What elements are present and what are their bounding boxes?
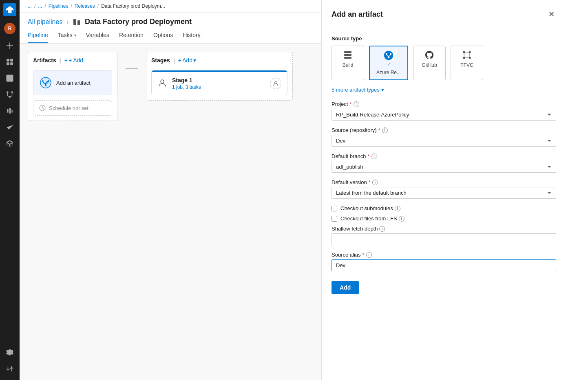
default-branch-select[interactable]: adf_publish: [332, 161, 556, 173]
app-logo[interactable]: [3, 3, 16, 16]
azure-repos-icon: [384, 51, 393, 60]
add-stage-link[interactable]: + Add ▾: [178, 57, 196, 64]
project-select[interactable]: RP_Build-Release-AzurePolicy: [332, 109, 556, 121]
source-type-github[interactable]: GitHub: [413, 46, 446, 80]
panel-header: Add an artifact ✕: [322, 0, 566, 27]
breadcrumb: ... / ... / Pipelines / Releases / Data …: [20, 0, 321, 13]
source-type-tfvc[interactable]: TFVC: [451, 46, 483, 80]
default-version-label: Default version * i: [332, 179, 556, 185]
svg-point-31: [463, 51, 465, 53]
add-stage-label: Add: [182, 57, 192, 64]
more-types-link[interactable]: 5 more artifact types ▾: [332, 87, 556, 93]
source-type-azure-repos[interactable]: ✓ Azure Re...: [369, 46, 408, 80]
add-icon[interactable]: [3, 39, 16, 52]
pipelines-icon[interactable]: [3, 104, 16, 117]
default-branch-group: Default branch * i adf_publish: [332, 153, 556, 173]
add-artifact-icon: +: [64, 57, 68, 64]
tab-options[interactable]: Options: [153, 28, 173, 43]
add-artifact-label: + Add: [69, 57, 83, 64]
artifact-card[interactable]: Add an artifact: [33, 70, 112, 95]
checkout-submodules-info-icon[interactable]: i: [395, 206, 400, 211]
all-pipelines-link[interactable]: All pipelines: [28, 18, 62, 26]
add-artifact-link[interactable]: + + Add: [64, 57, 83, 64]
tab-pipeline[interactable]: Pipeline: [28, 28, 48, 43]
source-type-row: Build ✓ Azur: [332, 46, 556, 80]
checkout-submodules-label[interactable]: Checkout submodules i: [340, 205, 400, 211]
tab-history[interactable]: History: [183, 28, 201, 43]
stage-meta: 1 job, 3 tasks: [172, 84, 265, 90]
settings-icon[interactable]: [3, 346, 16, 359]
tab-retention[interactable]: Retention: [119, 28, 144, 43]
shallow-fetch-group: Shallow fetch depth i: [332, 226, 556, 245]
breadcrumb-releases[interactable]: Releases: [75, 3, 95, 9]
default-version-info-icon[interactable]: i: [372, 180, 378, 185]
checkout-submodules-checkbox[interactable]: [332, 206, 337, 211]
source-alias-info-icon[interactable]: i: [366, 252, 372, 258]
source-alias-required: *: [363, 252, 365, 258]
checkout-lfs-info-icon[interactable]: i: [399, 216, 405, 222]
svg-rect-11: [77, 20, 80, 25]
svg-point-26: [386, 53, 387, 55]
svg-rect-2: [7, 62, 9, 65]
source-alias-label-text: Source alias: [332, 252, 361, 258]
breadcrumb-chevron: ›: [66, 19, 69, 25]
main-area: ... / ... / Pipelines / Releases / Data …: [20, 0, 321, 380]
stages-box: Stages | + Add ▾: [146, 52, 293, 101]
source-alias-group: Source alias * i: [332, 252, 556, 271]
user-avatar[interactable]: R: [4, 23, 15, 34]
artifacts-box: Artifacts | + + Add: [28, 52, 117, 121]
stage-approver-btn[interactable]: [270, 78, 281, 89]
stage-info: Stage 1 1 job, 3 tasks: [172, 77, 265, 90]
boards-icon[interactable]: [3, 72, 16, 85]
azure-repos-check: ✓: [387, 62, 391, 67]
default-version-label-text: Default version: [332, 179, 367, 185]
project-info-icon[interactable]: i: [354, 101, 359, 107]
testplans-icon[interactable]: [3, 121, 16, 134]
add-button[interactable]: Add: [332, 281, 359, 294]
close-button[interactable]: ✕: [547, 8, 556, 20]
svg-point-19: [161, 80, 164, 83]
pipeline-icon: [73, 18, 81, 26]
project-group: Project * i RP_Build-Release-AzurePolicy: [332, 101, 556, 121]
svg-rect-10: [73, 19, 76, 25]
checkout-lfs-label[interactable]: Checkout files from LFS i: [340, 215, 405, 222]
artifacts-header: Artifacts | + + Add: [33, 57, 112, 64]
add-stage-icon: +: [178, 57, 181, 64]
schedule-label: Schedule not set: [49, 105, 88, 111]
svg-rect-22: [344, 54, 351, 56]
breadcrumb-pipelines[interactable]: Pipelines: [49, 3, 69, 9]
overview-icon[interactable]: [3, 55, 16, 68]
source-type-build[interactable]: Build: [332, 46, 364, 80]
source-type-label: Source type: [332, 35, 556, 42]
svg-point-14: [48, 80, 49, 82]
shallow-fetch-info-icon[interactable]: i: [379, 226, 385, 232]
source-alias-input[interactable]: [332, 259, 556, 271]
breadcrumb-org[interactable]: ...: [28, 3, 32, 9]
artifact-card-label: Add an artifact: [56, 80, 91, 86]
shallow-fetch-input[interactable]: [332, 233, 556, 245]
source-repo-info-icon[interactable]: i: [382, 127, 388, 133]
project-required: *: [349, 101, 351, 107]
default-version-select[interactable]: Latest from the default branch: [332, 187, 556, 199]
tab-tasks[interactable]: Tasks ▾: [58, 28, 76, 43]
svg-point-8: [11, 91, 13, 93]
source-repo-group: Source (repository) * i Dev: [332, 127, 556, 147]
schedule-box[interactable]: Schedule not set: [33, 100, 112, 116]
source-repo-label-text: Source (repository): [332, 127, 377, 133]
source-repo-select[interactable]: Dev: [332, 135, 556, 147]
checkout-lfs-checkbox[interactable]: [332, 216, 337, 222]
svg-point-7: [7, 91, 9, 93]
connector-line: [126, 68, 138, 69]
repos-icon[interactable]: [3, 88, 16, 101]
breadcrumb-project[interactable]: ...: [38, 3, 42, 9]
stage-card[interactable]: Stage 1 1 job, 3 tasks: [151, 70, 287, 95]
stage-name: Stage 1: [172, 77, 265, 83]
collapse-icon[interactable]: [3, 362, 16, 375]
svg-point-34: [469, 57, 471, 59]
more-types-label: 5 more artifact types: [332, 87, 380, 93]
default-branch-info-icon[interactable]: i: [371, 154, 377, 159]
tab-variables[interactable]: Variables: [86, 28, 109, 43]
stages-label: Stages: [151, 57, 170, 64]
artifacts-icon[interactable]: [3, 137, 16, 150]
breadcrumb-sep4: /: [97, 3, 99, 9]
